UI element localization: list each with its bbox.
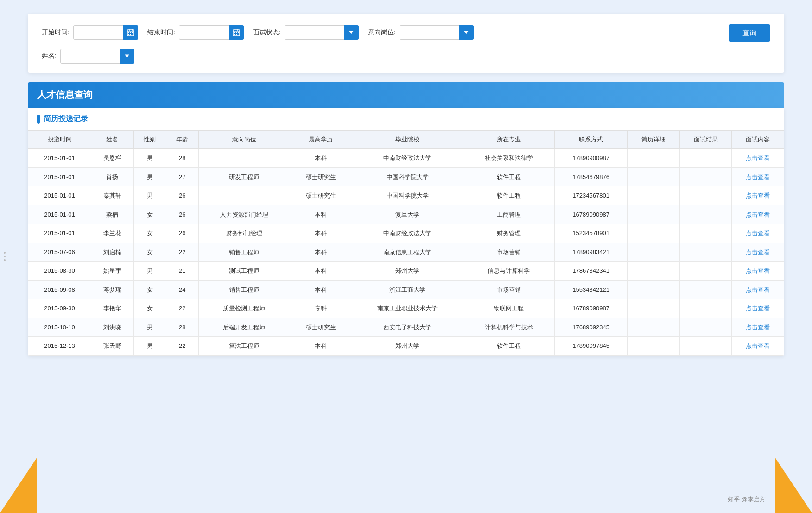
svg-rect-13 [234, 32, 235, 33]
td-contact: 17890900987 [554, 149, 627, 168]
td-name: 李艳华 [91, 299, 133, 318]
svg-rect-7 [128, 34, 129, 35]
th-gender: 性别 [133, 131, 166, 149]
td-name: 秦其轩 [91, 186, 133, 205]
query-btn-wrap: 查询 [729, 23, 770, 42]
td-date: 2015-08-30 [28, 262, 91, 281]
table-section: 简历投递记录 投递时间 姓名 性别 年龄 意向岗位 最高学历 毕业院校 所在专业… [28, 108, 784, 356]
td-name: 姚星宇 [91, 262, 133, 281]
td-major: 软件工程 [463, 167, 554, 186]
td-school: 郑州大学 [352, 337, 463, 356]
svg-rect-14 [236, 32, 237, 33]
search-row-1: 开始时间: [42, 23, 770, 42]
target-position-select[interactable] [400, 25, 474, 40]
td-education: 本科 [290, 224, 352, 243]
start-time-item: 开始时间: [42, 25, 138, 40]
td-school: 西安电子科技大学 [352, 318, 463, 337]
table-row: 2015-08-30姚星宇男21测试工程师本科郑州大学信息与计算科学178673… [28, 262, 784, 281]
td-position: 研发工程师 [198, 167, 290, 186]
td-content[interactable]: 点击查看 [732, 205, 784, 224]
subsection-header: 简历投递记录 [28, 108, 784, 130]
svg-rect-5 [130, 32, 131, 33]
td-school: 中国科学院大学 [352, 186, 463, 205]
td-content[interactable]: 点击查看 [732, 337, 784, 356]
td-contact: 17890983421 [554, 243, 627, 262]
left-dots [4, 252, 6, 261]
td-age: 26 [166, 186, 198, 205]
td-contact: 15234578901 [554, 224, 627, 243]
td-gender: 女 [133, 224, 166, 243]
watermark: 知乎 @李启方 [728, 495, 766, 504]
interview-status-select-wrap [285, 25, 359, 40]
td-position: 质量检测工程师 [198, 299, 290, 318]
page-title: 人才信息查询 [37, 90, 93, 100]
td-name: 梁楠 [91, 205, 133, 224]
query-button[interactable]: 查询 [729, 24, 770, 42]
td-resume [628, 280, 680, 299]
start-time-label: 开始时间: [42, 28, 70, 37]
target-position-select-wrap [400, 25, 474, 40]
section-header: 人才信息查询 [28, 82, 784, 108]
td-major: 市场营销 [463, 243, 554, 262]
name-select[interactable] [60, 49, 134, 64]
td-resume [628, 243, 680, 262]
td-contact: 17854679876 [554, 167, 627, 186]
th-major: 所在专业 [463, 131, 554, 149]
table-row: 2015-07-06刘启楠女22销售工程师本科南京信息工程大学市场营销17890… [28, 243, 784, 262]
td-name: 吴恩栏 [91, 149, 133, 168]
td-age: 24 [166, 280, 198, 299]
td-gender: 男 [133, 262, 166, 281]
td-content[interactable]: 点击查看 [732, 299, 784, 318]
td-major: 信息与计算科学 [463, 262, 554, 281]
td-gender: 女 [133, 299, 166, 318]
th-position: 意向岗位 [198, 131, 290, 149]
td-content[interactable]: 点击查看 [732, 262, 784, 281]
td-school: 中南财经政法大学 [352, 149, 463, 168]
end-time-input-wrap [179, 25, 244, 40]
td-date: 2015-01-01 [28, 149, 91, 168]
td-content[interactable]: 点击查看 [732, 318, 784, 337]
td-position: 算法工程师 [198, 337, 290, 356]
td-gender: 男 [133, 186, 166, 205]
interview-status-select[interactable] [285, 25, 359, 40]
th-resume: 简历详细 [628, 131, 680, 149]
svg-rect-8 [130, 34, 131, 35]
td-position [198, 186, 290, 205]
td-content[interactable]: 点击查看 [732, 167, 784, 186]
td-name: 刘启楠 [91, 243, 133, 262]
td-content[interactable]: 点击查看 [732, 149, 784, 168]
svg-rect-15 [238, 32, 239, 33]
td-content[interactable]: 点击查看 [732, 186, 784, 205]
td-contact: 17234567801 [554, 186, 627, 205]
td-major: 社会关系和法律学 [463, 149, 554, 168]
td-content[interactable]: 点击查看 [732, 243, 784, 262]
td-major: 软件工程 [463, 337, 554, 356]
td-school: 南京信息工程大学 [352, 243, 463, 262]
table-row: 2015-01-01秦其轩男26硕士研究生中国科学院大学软件工程17234567… [28, 186, 784, 205]
td-school: 中国科学院大学 [352, 167, 463, 186]
table-row: 2015-12-13张天野男22算法工程师本科郑州大学软件工程178900978… [28, 337, 784, 356]
td-education: 本科 [290, 280, 352, 299]
td-date: 2015-09-08 [28, 280, 91, 299]
th-name: 姓名 [91, 131, 133, 149]
td-major: 财务管理 [463, 224, 554, 243]
td-resume [628, 224, 680, 243]
td-date: 2015-09-30 [28, 299, 91, 318]
th-result: 面试结果 [679, 131, 732, 149]
td-content[interactable]: 点击查看 [732, 280, 784, 299]
td-gender: 女 [133, 243, 166, 262]
name-label: 姓名: [42, 52, 57, 60]
subsection-title: 简历投递记录 [44, 114, 88, 124]
td-position: 销售工程师 [198, 243, 290, 262]
td-result [679, 337, 732, 356]
td-date: 2015-01-01 [28, 205, 91, 224]
td-age: 21 [166, 262, 198, 281]
td-age: 26 [166, 205, 198, 224]
td-date: 2015-01-01 [28, 186, 91, 205]
td-content[interactable]: 点击查看 [732, 224, 784, 243]
table-row: 2015-01-01梁楠女26人力资源部门经理本科复旦大学工商管理1678909… [28, 205, 784, 224]
td-position: 测试工程师 [198, 262, 290, 281]
end-time-calendar-icon[interactable] [229, 25, 244, 40]
table-row: 2015-09-30李艳华女22质量检测工程师专科南京工业职业技术大学物联网工程… [28, 299, 784, 318]
start-time-calendar-icon[interactable] [123, 25, 138, 40]
